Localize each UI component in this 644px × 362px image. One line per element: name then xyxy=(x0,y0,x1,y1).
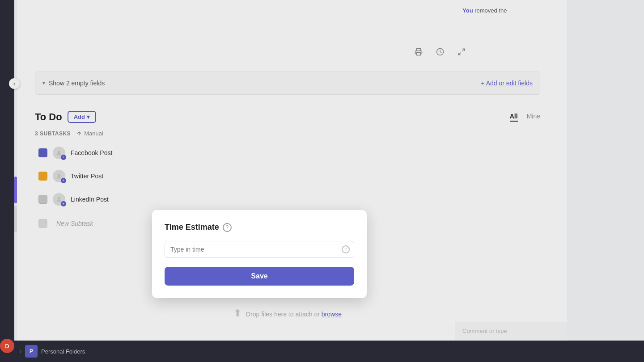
save-button[interactable]: Save xyxy=(165,267,354,286)
modal-body: ? xyxy=(165,241,354,258)
modal-help-icon[interactable]: ? xyxy=(223,223,232,232)
modal-title: Time Estimate xyxy=(165,223,219,232)
modal-header: Time Estimate ? xyxy=(165,223,354,232)
time-input-wrapper: ? xyxy=(165,241,354,258)
modal-overlay xyxy=(0,0,644,362)
time-input-help-icon[interactable]: ? xyxy=(342,245,350,253)
time-estimate-input[interactable] xyxy=(165,241,354,258)
time-estimate-modal: Time Estimate ? ? Save xyxy=(152,210,367,298)
